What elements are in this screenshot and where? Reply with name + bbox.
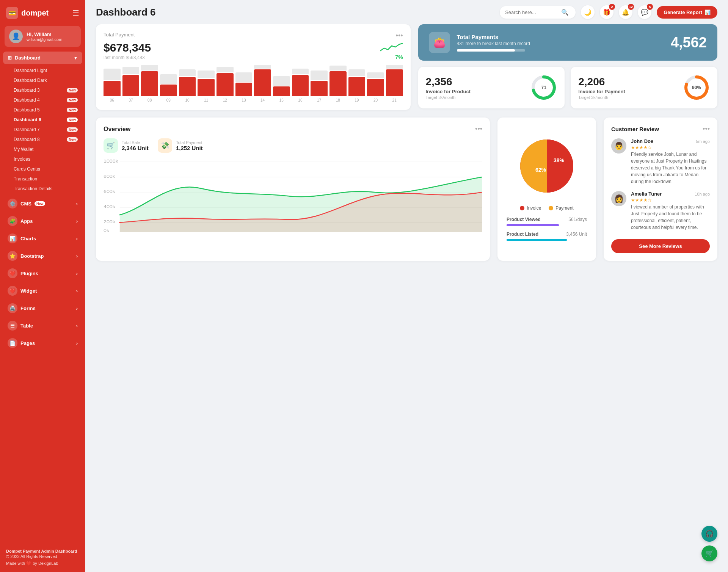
chevron-down-icon: ▼ bbox=[74, 56, 78, 60]
sidebar-item-dashboard-5[interactable]: Dashboard 5New bbox=[9, 105, 82, 115]
floating-buttons: 🎧 🛒 bbox=[701, 526, 717, 561]
bar-label-17: 17 bbox=[311, 98, 328, 102]
bar-label-15: 15 bbox=[273, 98, 290, 102]
sidebar-menu-bootstrap[interactable]: ⭐ Bootstrap › bbox=[3, 248, 82, 264]
gift-icon: 🎁 bbox=[603, 9, 610, 16]
bar-group-11 bbox=[311, 71, 328, 96]
reviews-list: 👨 John Doe 5m ago ★★★★☆ Friendly service… bbox=[611, 138, 710, 231]
bar-label-08: 08 bbox=[141, 98, 158, 102]
tp-amount-area: $678,345 last month $563,443 bbox=[104, 40, 151, 60]
review-text-1: I viewed a number of properties with Jus… bbox=[631, 204, 710, 231]
sidebar-menu-widget[interactable]: ❤️ Widget › bbox=[3, 282, 82, 299]
bar-group-2 bbox=[141, 65, 158, 96]
sidebar-user: 👤 Hi, William william@gmail.com bbox=[5, 26, 81, 47]
inv-payment-pct: 90% bbox=[692, 85, 701, 90]
see-more-reviews-button[interactable]: See More Reviews bbox=[611, 239, 710, 253]
gift-badge: 2 bbox=[609, 4, 615, 10]
sidebar-menu-forms[interactable]: 🖨️ Forms › bbox=[3, 300, 82, 317]
header: Dashboard 6 🔍 🌙 🎁 2 🔔 12 💬 5 Gen bbox=[85, 0, 728, 24]
generate-report-button[interactable]: Generate Report 📊 bbox=[657, 6, 717, 19]
sidebar-item-invoices[interactable]: Invoices bbox=[9, 154, 82, 164]
headset-icon: 🎧 bbox=[705, 530, 714, 538]
bell-button[interactable]: 🔔 12 bbox=[619, 5, 632, 19]
sidebar-item-dashboard-dark[interactable]: Dashboard Dark bbox=[9, 75, 82, 85]
bell-icon: 🔔 bbox=[622, 9, 629, 16]
sidebar-item-dashboard-8[interactable]: Dashboard 8New bbox=[9, 135, 82, 144]
product-listed-stat: Product Listed 3,456 Unit bbox=[507, 232, 587, 241]
moon-icon: 🌙 bbox=[584, 9, 592, 16]
banner-title: Total Payments bbox=[457, 34, 664, 40]
review-item-0: 👨 John Doe 5m ago ★★★★☆ Friendly service… bbox=[611, 138, 710, 185]
tp-trend-value: 7% bbox=[395, 54, 403, 60]
invoice-cards-row: 2,356 Invoice for Product Target 3k/mont… bbox=[418, 67, 718, 108]
cart-icon: 🛒 bbox=[705, 549, 714, 558]
user-name: Hi, William bbox=[27, 31, 62, 37]
sidebar-footer: Dompet Payment Admin Dashboard © 2023 Al… bbox=[0, 543, 85, 572]
bar-group-10 bbox=[292, 69, 309, 96]
banner-icon: 👛 bbox=[429, 32, 450, 53]
bar-label-14: 14 bbox=[254, 98, 271, 102]
inv-payment-left: 2,206 Invoice for Payment Target 3k/mont… bbox=[578, 76, 625, 100]
cart-button[interactable]: 🛒 bbox=[701, 545, 717, 561]
total-sale-icon: 🛒 bbox=[104, 138, 118, 153]
ov-stat-payment: 💸 Total Payment 1,252 Unit bbox=[158, 138, 203, 153]
hamburger-button[interactable]: ☰ bbox=[72, 8, 79, 17]
total-payment-icon: 💸 bbox=[158, 138, 172, 153]
product-listed-header: Product Listed 3,456 Unit bbox=[507, 232, 587, 237]
total-sale-label: Total Sale bbox=[122, 140, 149, 145]
moon-button[interactable]: 🌙 bbox=[581, 5, 595, 19]
review-dots[interactable]: ••• bbox=[703, 125, 710, 133]
dashboard-submenu: Dashboard LightDashboard DarkDashboard 3… bbox=[3, 66, 82, 194]
gift-button[interactable]: 🎁 2 bbox=[600, 5, 613, 19]
sidebar-menu-pages[interactable]: 📄 Pages › bbox=[3, 335, 82, 351]
main-content: Dashboard 6 🔍 🌙 🎁 2 🔔 12 💬 5 Gen bbox=[85, 0, 728, 572]
inv-payment-donut: 90% bbox=[683, 74, 710, 101]
tp-dots[interactable]: ••• bbox=[396, 32, 403, 40]
product-listed-label: Product Listed bbox=[507, 232, 538, 237]
product-viewed-header: Product Viewed 561/days bbox=[507, 217, 587, 222]
inv-payment-label: Invoice for Payment bbox=[578, 89, 625, 94]
menu-items: ⚙️ CMS New › 🧩 Apps › 📊 Charts › ⭐ Boots… bbox=[3, 195, 82, 351]
sidebar-menu-plugins[interactable]: ❤️ Plugins › bbox=[3, 265, 82, 282]
overview-stats: 🛒 Total Sale 2,346 Unit 💸 Total Payment … bbox=[104, 138, 482, 153]
sidebar-item-transaction-details[interactable]: Transaction Details bbox=[9, 184, 82, 194]
sidebar-menu-apps[interactable]: 🧩 Apps › bbox=[3, 213, 82, 229]
dashboard-nav-parent[interactable]: ⊞ Dashboard ▼ bbox=[3, 52, 82, 64]
invoice-payment-inner: 2,206 Invoice for Payment Target 3k/mont… bbox=[578, 74, 710, 101]
product-listed-bar bbox=[507, 239, 567, 241]
sidebar-item-dashboard-6[interactable]: Dashboard 6New bbox=[9, 115, 82, 125]
svg-text:600k: 600k bbox=[104, 190, 116, 194]
banner-text: Total Payments 431 more to break last mo… bbox=[457, 34, 664, 52]
banner-progress-bar bbox=[457, 49, 525, 52]
sidebar-menu-table[interactable]: ☰ Table › bbox=[3, 317, 82, 334]
sidebar-nav: ⊞ Dashboard ▼ Dashboard LightDashboard D… bbox=[0, 52, 85, 352]
overview-title: Overview bbox=[104, 126, 130, 133]
sidebar-item-transaction[interactable]: Transaction bbox=[9, 174, 82, 184]
review-name-row-0: John Doe 5m ago bbox=[631, 138, 710, 144]
review-stars-0: ★★★★☆ bbox=[631, 145, 710, 150]
sidebar-item-dashboard-light[interactable]: Dashboard Light bbox=[9, 66, 82, 75]
sidebar-item-cards-center[interactable]: Cards Center bbox=[9, 164, 82, 174]
overview-dots[interactable]: ••• bbox=[475, 125, 482, 133]
bar-group-7 bbox=[235, 72, 253, 96]
svg-text:0k: 0k bbox=[104, 229, 110, 233]
footer-made: Made with ❤️ by DexignLab bbox=[6, 561, 79, 566]
sidebar-menu-charts[interactable]: 📊 Charts › bbox=[3, 230, 82, 247]
product-stats: Product Viewed 561/days Product Listed 3… bbox=[505, 217, 588, 246]
search-input[interactable] bbox=[505, 9, 558, 15]
sidebar-menu-cms[interactable]: ⚙️ CMS New › bbox=[3, 195, 82, 212]
sidebar-item-dashboard-4[interactable]: Dashboard 4New bbox=[9, 95, 82, 105]
chat-button[interactable]: 💬 5 bbox=[638, 5, 651, 19]
bar-group-1 bbox=[122, 67, 140, 96]
dashboard-icon: ⊞ bbox=[8, 55, 12, 61]
sidebar-item-my-wallet[interactable]: My Wallet bbox=[9, 144, 82, 154]
inv-product-label: Invoice for Product bbox=[426, 89, 471, 94]
bar-labels: 06070809101112131415161718192021 bbox=[104, 98, 403, 102]
headset-button[interactable]: 🎧 bbox=[701, 526, 717, 542]
sidebar-item-dashboard-3[interactable]: Dashboard 3New bbox=[9, 85, 82, 95]
bar-group-12 bbox=[329, 66, 347, 96]
pie-legend: Invoice Payment bbox=[520, 205, 573, 211]
sidebar-item-dashboard-7[interactable]: Dashboard 7New bbox=[9, 125, 82, 135]
bar-group-6 bbox=[217, 67, 234, 96]
svg-text:38%: 38% bbox=[554, 157, 565, 163]
